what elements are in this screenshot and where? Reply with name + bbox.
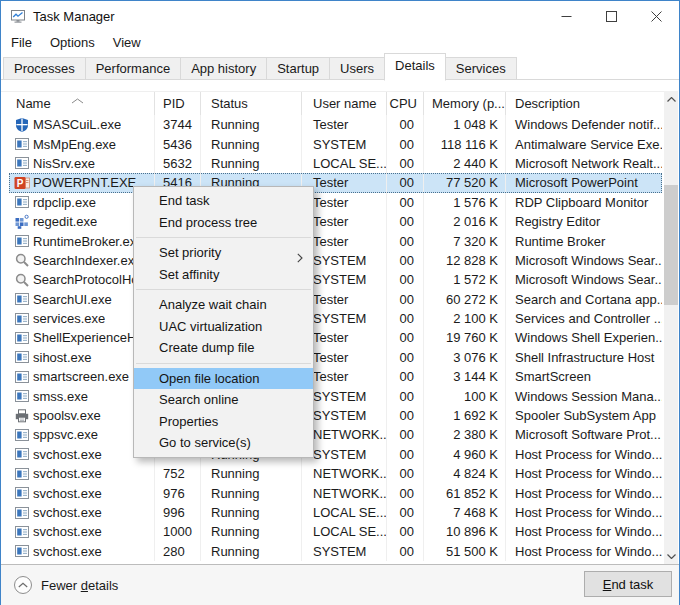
menubar-item-options[interactable]: Options xyxy=(41,33,104,52)
process-row[interactable]: rdpclip.exeTester001 576 KRDP Clipboard … xyxy=(9,193,662,212)
menu-item-analyze-wait-chain[interactable]: Analyze wait chain xyxy=(134,294,313,316)
process-name-cell: MSASCuiL.exe xyxy=(9,115,155,134)
process-desc-cell: Microsoft Network Realt... xyxy=(506,154,662,173)
sort-ascending-icon xyxy=(71,92,84,107)
end-task-button[interactable]: End task xyxy=(584,571,672,597)
process-user-cell: SYSTEM xyxy=(302,309,387,328)
tab-performance[interactable]: Performance xyxy=(85,57,181,80)
vertical-scrollbar[interactable] xyxy=(664,91,678,564)
process-desc-cell: SmartScreen xyxy=(506,367,662,386)
status-bar: Fewer details End task xyxy=(1,564,679,605)
column-header-description[interactable]: Description xyxy=(506,92,666,115)
tab-details[interactable]: Details xyxy=(384,53,446,81)
process-status-cell: Running xyxy=(201,503,302,522)
process-cpu-cell: 00 xyxy=(387,425,424,444)
process-row[interactable]: svchost.exe1000RunningLOCAL SE...0010 89… xyxy=(9,522,662,541)
chevron-up-circle-icon xyxy=(14,576,32,594)
process-row[interactable]: svchost.exe280RunningSYSTEM0051 500 KHos… xyxy=(9,542,662,561)
menu-item-go-to-service-s[interactable]: Go to service(s) xyxy=(134,432,313,454)
application-icon xyxy=(14,349,30,365)
tab-strip: ProcessesPerformanceApp historyStartupUs… xyxy=(1,54,679,80)
process-user-cell: Tester xyxy=(302,115,387,134)
process-row[interactable]: smartscreen.exeTester003 144 KSmartScree… xyxy=(9,367,662,386)
process-desc-cell: RDP Clipboard Monitor xyxy=(506,193,662,212)
process-name: rdpclip.exe xyxy=(33,195,96,210)
close-button[interactable] xyxy=(634,1,679,31)
process-pid-cell: 5436 xyxy=(155,134,201,153)
process-row[interactable]: svchost.exeRunningSYSTEM004 960 KHost Pr… xyxy=(9,445,662,464)
column-header-user-name[interactable]: User name xyxy=(302,92,387,115)
process-mem-cell: 3 144 K xyxy=(424,367,506,386)
process-cpu-cell: 00 xyxy=(387,445,424,464)
menu-item-uac-virtualization[interactable]: UAC virtualization xyxy=(134,316,313,338)
process-row[interactable]: smss.exeSYSTEM00100 KWindows Session Man… xyxy=(9,386,662,405)
printer-icon xyxy=(14,408,30,424)
process-row[interactable]: SearchIndexer.exeSYSTEM0012 828 KMicroso… xyxy=(9,251,662,270)
process-row[interactable]: SearchProtocolHo...SYSTEM001 572 KMicros… xyxy=(9,270,662,289)
menu-item-search-online[interactable]: Search online xyxy=(134,389,313,411)
scrollbar-thumb[interactable] xyxy=(664,185,678,305)
process-row[interactable]: svchost.exe752RunningNETWORK...004 824 K… xyxy=(9,464,662,483)
menu-item-create-dump-file[interactable]: Create dump file xyxy=(134,337,313,359)
menu-item-set-priority[interactable]: Set priority xyxy=(134,242,313,264)
process-row[interactable]: regedit.exeTester002 016 KRegistry Edito… xyxy=(9,212,662,231)
maximize-button[interactable] xyxy=(589,1,634,31)
process-mem-cell: 2 440 K xyxy=(424,154,506,173)
process-mem-cell: 4 960 K xyxy=(424,445,506,464)
process-row[interactable]: MsMpEng.exe5436RunningSYSTEM00118 116 KA… xyxy=(9,134,662,153)
search-icon xyxy=(14,252,30,268)
column-header-status[interactable]: Status xyxy=(201,92,302,115)
process-status-cell: Running xyxy=(201,134,302,153)
column-header-pid[interactable]: PID xyxy=(155,92,201,115)
process-row[interactable]: PPOWERPNT.EXE5416RunningTester0077 520 K… xyxy=(9,173,662,192)
menubar-item-file[interactable]: File xyxy=(2,33,41,52)
menu-item-open-file-location[interactable]: Open file location xyxy=(134,368,313,390)
menu-item-label: Analyze wait chain xyxy=(159,297,267,312)
process-row[interactable]: services.exeSYSTEM002 100 KServices and … xyxy=(9,309,662,328)
menu-item-set-affinity[interactable]: Set affinity xyxy=(134,264,313,286)
process-desc-cell: Microsoft Windows Sear... xyxy=(506,270,662,289)
scroll-up-button[interactable] xyxy=(664,91,678,107)
process-mem-cell: 7 320 K xyxy=(424,231,506,250)
process-desc-cell: Windows Shell Experien... xyxy=(506,328,662,347)
process-row[interactable]: svchost.exe976RunningNETWORK...0061 852 … xyxy=(9,483,662,502)
fewer-details-toggle[interactable]: Fewer details xyxy=(14,576,118,594)
column-header-cpu[interactable]: CPU xyxy=(387,92,424,115)
process-row[interactable]: sihost.exeTester003 076 KShell Infrastru… xyxy=(9,348,662,367)
process-row[interactable]: NisSrv.exe5632RunningLOCAL SE...002 440 … xyxy=(9,154,662,173)
process-row[interactable]: RuntimeBroker.exeTester007 320 KRuntime … xyxy=(9,231,662,250)
process-name: SearchProtocolHo... xyxy=(33,272,149,287)
tab-services[interactable]: Services xyxy=(445,57,517,80)
process-mem-cell: 19 760 K xyxy=(424,328,506,347)
menu-item-end-task[interactable]: End task xyxy=(134,190,313,212)
process-status-cell: Running xyxy=(201,154,302,173)
menubar-item-view[interactable]: View xyxy=(104,33,150,52)
process-name: MsMpEng.exe xyxy=(33,137,116,152)
tab-startup[interactable]: Startup xyxy=(266,57,330,80)
application-icon xyxy=(14,427,30,443)
menu-item-end-process-tree[interactable]: End process tree xyxy=(134,212,313,234)
menu-item-properties[interactable]: Properties xyxy=(134,411,313,433)
process-row[interactable]: ShellExperienceHo...Tester0019 760 KWind… xyxy=(9,328,662,347)
process-mem-cell: 10 896 K xyxy=(424,522,506,541)
process-desc-cell: Spooler SubSystem App xyxy=(506,406,662,425)
process-user-cell: SYSTEM xyxy=(302,134,387,153)
column-header-memory-p[interactable]: Memory (p... xyxy=(424,92,506,115)
process-row[interactable]: SearchUI.exeTester0060 272 KSearch and C… xyxy=(9,290,662,309)
process-row[interactable]: spoolsv.exeSYSTEM001 692 KSpooler SubSys… xyxy=(9,406,662,425)
process-user-cell: LOCAL SE... xyxy=(302,154,387,173)
process-row[interactable]: sppsvc.exeNETWORK...002 380 KMicrosoft S… xyxy=(9,425,662,444)
process-name: sppsvc.exe xyxy=(33,427,98,442)
process-row[interactable]: MSASCuiL.exe3744RunningTester001 048 KWi… xyxy=(9,115,662,134)
tab-processes[interactable]: Processes xyxy=(3,57,86,80)
process-desc-cell: Host Process for Windo... xyxy=(506,445,662,464)
process-desc-cell: Windows Defender notif... xyxy=(506,115,662,134)
scroll-down-button[interactable] xyxy=(664,548,678,564)
process-row[interactable]: svchost.exe996RunningLOCAL SE...007 468 … xyxy=(9,503,662,522)
close-icon xyxy=(651,11,662,22)
tab-users[interactable]: Users xyxy=(329,57,385,80)
minimize-button[interactable] xyxy=(544,1,589,31)
tab-app-history[interactable]: App history xyxy=(180,57,267,80)
process-cpu-cell: 00 xyxy=(387,290,424,309)
application-icon xyxy=(14,485,30,501)
